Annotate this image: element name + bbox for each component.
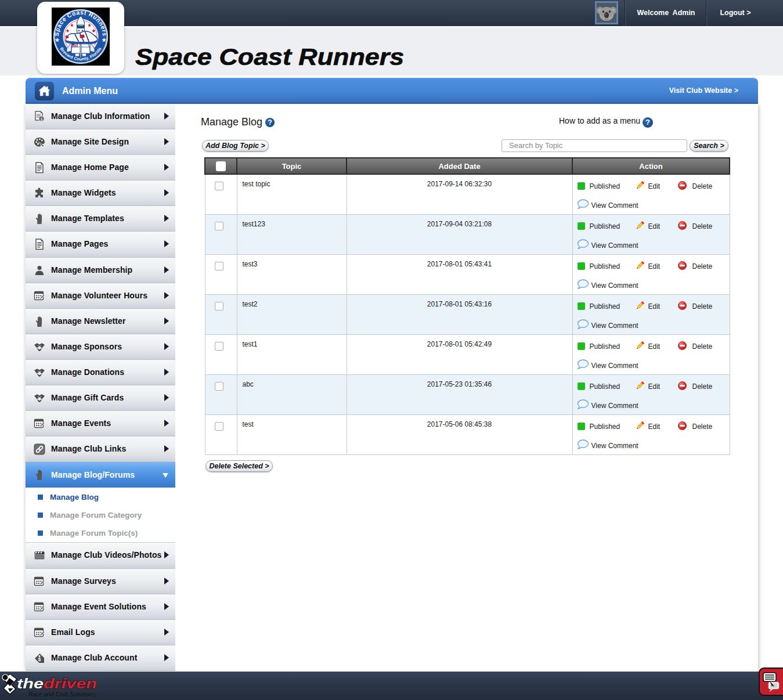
svg-text:Race and Club Solutions: Race and Club Solutions bbox=[28, 691, 96, 698]
svg-text:$: $ bbox=[38, 656, 41, 662]
svg-text:thedriven: thedriven bbox=[17, 676, 97, 691]
